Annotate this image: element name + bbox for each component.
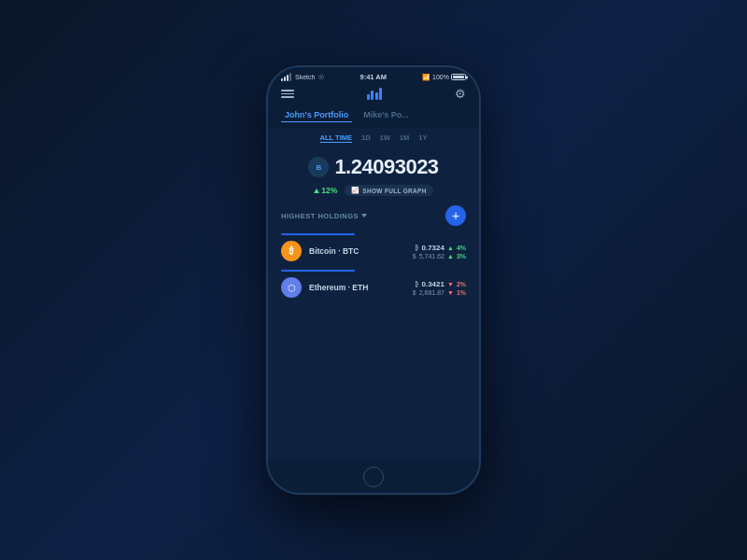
home-button[interactable]	[363, 467, 384, 487]
show-graph-label: SHOW FULL GRAPH	[362, 188, 426, 194]
status-bar: Sketch ☉ 9:41 AM 📶 100%	[268, 67, 479, 83]
time-display: 9:41 AM	[360, 73, 387, 81]
eth-usd-row: $ 2,681.87 ▼ 1%	[413, 289, 466, 296]
portfolio-tabs: John's Portfolio Mike's Po...	[268, 106, 479, 128]
eth-usd-change: 1%	[457, 289, 466, 296]
time-btn-1d[interactable]: 1D	[361, 133, 371, 143]
tab-mikes-portfolio[interactable]: Mike's Po...	[359, 108, 413, 122]
change-percent: 12%	[314, 186, 337, 195]
phone-wrapper: Sketch ☉ 9:41 AM 📶 100% ⚙ Joh	[266, 65, 481, 495]
wifi-icon: ☉	[318, 74, 324, 81]
btc-usd-row: $ 5,741.62 ▲ 3%	[413, 253, 466, 259]
battery-fill	[453, 76, 464, 78]
btc-amount-change: 4%	[457, 245, 466, 251]
arrow-up-icon	[314, 189, 319, 193]
eth-amount-arrow: ▼	[447, 281, 454, 287]
btc-logo: ₿	[281, 241, 302, 261]
status-right: 📶 100%	[422, 74, 466, 81]
settings-icon[interactable]: ⚙	[455, 87, 466, 101]
btc-info: Bitcoin · BTC	[309, 246, 405, 257]
time-btn-1w[interactable]: 1W	[380, 133, 390, 143]
coin-item-btc[interactable]: ₿ Bitcoin · BTC ₿ 0.7324 ▲ 4% $	[281, 233, 466, 270]
eth-values: ₿ 0.3421 ▼ 2% $ 2,681.87 ▼ 1%	[413, 280, 466, 296]
chart-icon	[367, 88, 383, 100]
btc-usd-change: 3%	[457, 253, 466, 259]
change-pct-value: 12%	[321, 186, 337, 195]
btc-usd-arrow: ▲	[447, 253, 454, 259]
nav-bar: ⚙	[268, 83, 479, 106]
change-row: 12% 📈 SHOW FULL GRAPH	[281, 185, 466, 196]
carrier-label: Sketch	[295, 74, 315, 80]
battery-icon	[451, 74, 466, 80]
dropdown-arrow-icon	[361, 214, 367, 217]
btc-unit-symbol: B	[308, 157, 329, 177]
eth-amount-symbol: ₿	[416, 281, 418, 287]
add-holding-button[interactable]: +	[445, 205, 466, 226]
btc-icon: ₿	[289, 246, 293, 256]
btc-name: Bitcoin · BTC	[309, 246, 405, 256]
eth-amount-row: ₿ 0.3421 ▼ 2%	[416, 280, 466, 288]
btc-amount-row: ₿ 0.7324 ▲ 4%	[416, 244, 466, 252]
tab-johns-portfolio[interactable]: John's Portfolio	[281, 108, 352, 122]
eth-info: Ethereum · ETH	[309, 283, 405, 293]
status-left: Sketch ☉	[281, 73, 324, 81]
coin-item-eth[interactable]: ⬡ Ethereum · ETH ₿ 0.3421 ▼ 2% $	[281, 270, 466, 306]
menu-button[interactable]	[281, 90, 294, 98]
time-btn-all[interactable]: ALL TIME	[320, 133, 352, 143]
show-full-graph-button[interactable]: 📈 SHOW FULL GRAPH	[345, 185, 432, 196]
balance-section: B 1.24093023	[281, 155, 466, 179]
btc-usd-value: 5,741.62	[419, 253, 444, 259]
eth-usd-value: 2,681.87	[419, 289, 444, 296]
eth-usd-symbol: $	[413, 289, 416, 296]
holdings-header: HIGHEST HOLDINGS +	[281, 205, 466, 226]
phone-frame: Sketch ☉ 9:41 AM 📶 100% ⚙ Joh	[266, 65, 481, 495]
eth-amount-change: 2%	[457, 281, 466, 287]
eth-logo: ⬡	[281, 277, 302, 298]
time-btn-1y[interactable]: 1Y	[418, 133, 427, 143]
battery-pct: 100%	[432, 74, 449, 80]
eth-name: Ethereum · ETH	[309, 283, 405, 292]
holdings-label: HIGHEST HOLDINGS	[281, 212, 359, 220]
btc-amount-symbol: ₿	[416, 245, 418, 251]
graph-line-icon: 📈	[351, 187, 359, 194]
coin-list: ₿ Bitcoin · BTC ₿ 0.7324 ▲ 4% $	[281, 233, 466, 306]
balance-value: 1.24093023	[334, 155, 438, 179]
btc-amount-arrow: ▲	[447, 245, 454, 251]
eth-usd-arrow: ▼	[447, 289, 454, 296]
btc-amount: 0.7324	[421, 244, 444, 252]
time-range-bar: ALL TIME 1D 1W 1M 1Y	[268, 128, 479, 147]
time-btn-1m[interactable]: 1M	[400, 133, 409, 143]
main-content: B 1.24093023 12% 📈 SHOW FULL GRAPH HIGHE…	[268, 147, 479, 460]
holdings-title[interactable]: HIGHEST HOLDINGS	[281, 212, 367, 220]
phone-bottom	[268, 460, 479, 493]
eth-amount: 0.3421	[421, 280, 444, 288]
btc-usd-symbol: $	[413, 253, 416, 259]
bluetooth-icon: 📶	[422, 74, 430, 81]
eth-icon: ⬡	[288, 283, 296, 293]
signal-icon	[281, 73, 291, 81]
btc-values: ₿ 0.7324 ▲ 4% $ 5,741.62 ▲ 3%	[413, 244, 466, 259]
